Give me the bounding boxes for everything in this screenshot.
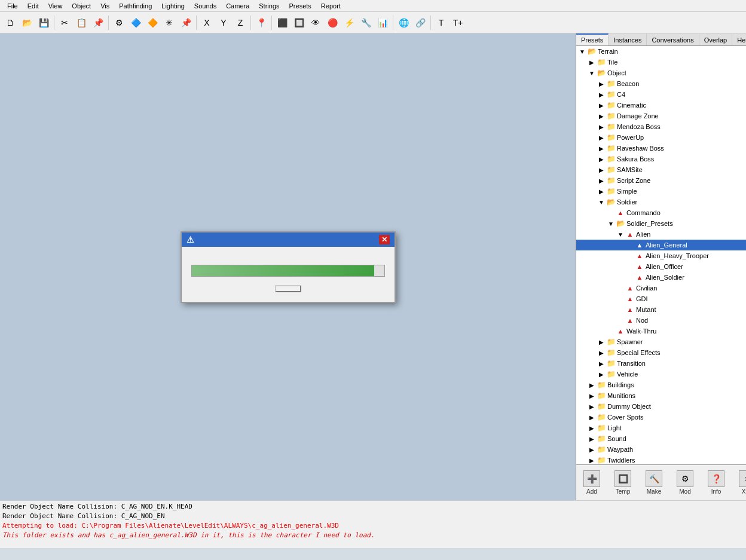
tree-expand-mendoza-boss[interactable]: ▶ xyxy=(597,122,606,131)
tree-item-raveshaw-boss[interactable]: ▶📁Raveshaw Boss xyxy=(576,143,746,154)
tree-item-civilian[interactable]: ▲Civilian xyxy=(576,283,746,293)
tree-expand-cover-spots[interactable]: ▶ xyxy=(587,412,597,422)
tree-expand-gdi[interactable] xyxy=(616,294,625,304)
toolbar-button-new[interactable]: 🗋 xyxy=(2,15,18,30)
tree-expand-light[interactable]: ▶ xyxy=(587,423,597,433)
dialog-close-button[interactable]: ✕ xyxy=(379,235,390,244)
menu-item-strings[interactable]: Strings xyxy=(254,1,284,11)
panel-tab-instances[interactable]: Instances xyxy=(609,33,647,45)
toolbar-button-t5[interactable]: 📌 xyxy=(178,15,194,30)
toolbar-button-z[interactable]: Z xyxy=(233,15,248,30)
tree-item-beacon[interactable]: ▶📁Beacon xyxy=(576,78,746,89)
tree-expand-script-zone[interactable]: ▶ xyxy=(597,176,606,185)
bottom-button-add[interactable]: ➕ Add xyxy=(581,470,603,495)
panel-tab-presets[interactable]: Presets xyxy=(576,33,609,45)
tree-expand-civilian[interactable] xyxy=(616,283,625,293)
toolbar-button-copy[interactable]: 📋 xyxy=(74,15,89,30)
tree-item-walk-thru[interactable]: ▲Walk-Thru xyxy=(576,326,746,336)
tree-item-transition[interactable]: ▶📁Transition xyxy=(576,358,746,369)
tree-expand-object[interactable]: ▼ xyxy=(587,68,597,78)
tree-expand-cinematic[interactable]: ▶ xyxy=(597,100,606,110)
tree-expand-soldier[interactable]: ▼ xyxy=(597,197,606,207)
tree-item-twiddlers[interactable]: ▶📁Twiddlers xyxy=(576,455,746,464)
tree-expand-sound[interactable]: ▶ xyxy=(587,434,597,443)
toolbar-button-t2[interactable]: 🔷 xyxy=(128,15,143,30)
bottom-button-make[interactable]: 🔨 Make xyxy=(643,470,665,495)
tree-expand-alien[interactable]: ▼ xyxy=(616,229,625,239)
toolbar-button-b7[interactable]: 📊 xyxy=(375,15,390,30)
menu-item-view[interactable]: View xyxy=(44,1,68,11)
tree-item-damage-zone[interactable]: ▶📁Damage Zone xyxy=(576,111,746,121)
toolbar-button-b2[interactable]: 🔲 xyxy=(291,15,307,30)
tree-expand-c4[interactable]: ▶ xyxy=(597,90,606,99)
tree-item-alien[interactable]: ▼▲Alien xyxy=(576,229,746,240)
tree-item-gdi[interactable]: ▲GDI xyxy=(576,293,746,304)
tree-item-special-effects[interactable]: ▶📁Special Effects xyxy=(576,347,746,358)
tree-expand-vehicle[interactable]: ▶ xyxy=(597,369,606,379)
tree-item-dummy-object[interactable]: ▶📁Dummy Object xyxy=(576,401,746,412)
tree-expand-tile[interactable]: ▶ xyxy=(587,57,597,67)
tree-item-sound[interactable]: ▶📁Sound xyxy=(576,433,746,444)
toolbar-button-pin[interactable]: 📍 xyxy=(253,15,269,30)
tree-item-nod[interactable]: ▲Nod xyxy=(576,315,746,326)
tree-expand-buildings[interactable]: ▶ xyxy=(587,380,597,390)
tree-item-c4[interactable]: ▶📁C4 xyxy=(576,89,746,100)
menu-item-object[interactable]: Object xyxy=(67,1,96,11)
bottom-button-info[interactable]: ❓ Info xyxy=(705,470,727,495)
tree-item-alien-officer[interactable]: ▲Alien_Officer xyxy=(576,261,746,272)
menu-item-pathfinding[interactable]: Pathfinding xyxy=(114,1,157,11)
tree-expand-beacon[interactable]: ▶ xyxy=(597,79,606,88)
tree-expand-twiddlers[interactable]: ▶ xyxy=(587,455,597,464)
tree-expand-samsite[interactable]: ▶ xyxy=(597,165,606,175)
tree-item-simple[interactable]: ▶📁Simple xyxy=(576,186,746,197)
toolbar-button-x[interactable]: X xyxy=(199,15,215,30)
tree-expand-commando[interactable] xyxy=(606,208,616,218)
menu-item-report[interactable]: Report xyxy=(316,1,346,11)
tree-expand-nod[interactable] xyxy=(616,316,625,325)
tree-item-mutant[interactable]: ▲Mutant xyxy=(576,304,746,315)
tree-expand-raveshaw-boss[interactable]: ▶ xyxy=(597,143,606,153)
tree-expand-mutant[interactable] xyxy=(616,305,625,314)
tree-item-alien-general[interactable]: ▲Alien_General xyxy=(576,240,746,250)
menu-item-file[interactable]: File xyxy=(2,1,23,11)
tree-item-buildings[interactable]: ▶📁Buildings xyxy=(576,380,746,390)
menu-item-presets[interactable]: Presets xyxy=(285,1,316,11)
toolbar-button-b10[interactable]: T xyxy=(433,15,449,30)
tree-item-light[interactable]: ▶📁Light xyxy=(576,423,746,433)
tree-expand-special-effects[interactable]: ▶ xyxy=(597,348,606,357)
menu-item-sounds[interactable]: Sounds xyxy=(189,1,221,11)
tree-expand-waypath[interactable]: ▶ xyxy=(587,445,597,454)
tree-item-spawner[interactable]: ▶📁Spawner xyxy=(576,336,746,347)
menu-item-edit[interactable]: Edit xyxy=(23,1,44,11)
toolbar-button-b9[interactable]: 🔗 xyxy=(412,15,428,30)
tree-expand-munitions[interactable]: ▶ xyxy=(587,391,597,400)
tree-item-munitions[interactable]: ▶📁Munitions xyxy=(576,390,746,401)
dialog-cancel-button[interactable] xyxy=(275,285,301,292)
tree-expand-soldier-presets[interactable]: ▼ xyxy=(606,219,616,228)
tree-item-vehicle[interactable]: ▶📁Vehicle xyxy=(576,369,746,380)
toolbar-button-y[interactable]: Y xyxy=(216,15,231,30)
menu-item-lighting[interactable]: Lighting xyxy=(157,1,189,11)
tree-expand-dummy-object[interactable]: ▶ xyxy=(587,402,597,411)
bottom-button-mod[interactable]: ⚙ Mod xyxy=(674,470,696,495)
menu-item-vis[interactable]: Vis xyxy=(96,1,114,11)
toolbar-button-b5[interactable]: ⚡ xyxy=(341,15,357,30)
menu-item-camera[interactable]: Camera xyxy=(221,1,254,11)
panel-tab-overlap[interactable]: Overlap xyxy=(699,33,733,45)
tree-item-commando[interactable]: ▲Commando xyxy=(576,207,746,218)
tree-item-script-zone[interactable]: ▶📁Script Zone xyxy=(576,175,746,186)
tree-item-cinematic[interactable]: ▶📁Cinematic xyxy=(576,100,746,111)
tree-expand-alien-soldier[interactable] xyxy=(625,273,635,282)
tree-item-powerup[interactable]: ▶📁PowerUp xyxy=(576,132,746,143)
toolbar-button-b4[interactable]: 🔴 xyxy=(325,15,340,30)
tree-expand-transition[interactable]: ▶ xyxy=(597,359,606,368)
tree-item-cover-spots[interactable]: ▶📁Cover Spots xyxy=(576,412,746,423)
tree-expand-alien-officer[interactable] xyxy=(625,262,635,271)
tree-expand-alien-general[interactable] xyxy=(625,240,635,250)
tree-expand-damage-zone[interactable]: ▶ xyxy=(597,111,606,121)
toolbar-button-b3[interactable]: 👁 xyxy=(308,15,323,30)
tree-item-alien-soldier[interactable]: ▲Alien_Soldier xyxy=(576,272,746,283)
tree-expand-simple[interactable]: ▶ xyxy=(597,186,606,196)
tree-item-waypath[interactable]: ▶📁Waypath xyxy=(576,444,746,455)
tree-item-tile[interactable]: ▶📁Tile xyxy=(576,57,746,68)
